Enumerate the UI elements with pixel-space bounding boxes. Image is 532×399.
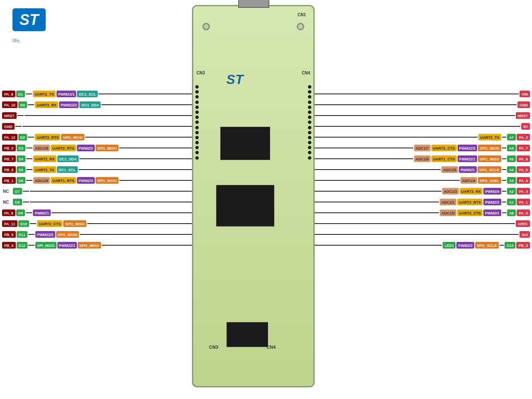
right-pin-row-8: ADC1/4SPI1_SSELA3PA_4: [315, 176, 532, 185]
board-body: ST CN3 CN4 CN1 CN3 CN4: [192, 5, 315, 387]
right-pin-row-7: ADC1/5PWM2/1SPI1_SCLKA4PA_5: [315, 165, 532, 174]
right-pin-row-12: AREF: [315, 219, 532, 228]
left-pin-row-12: PA_11D10UART2_CTSSPI1_MISO: [0, 219, 192, 228]
right-pin-row-9: ADC1/3UART2_RXPWM2/4A2PA_3: [315, 187, 532, 196]
cn3-top-label: CN3: [197, 71, 205, 75]
right-pin-row-1: GND: [315, 100, 532, 109]
life-text: life.: [12, 37, 21, 44]
left-pin-row-13: PB_5D11PWM22/2SPI1_MOSI: [0, 230, 192, 239]
right-pin-row-3: 5V: [315, 122, 532, 131]
left-pin-row-7: PB_6D5UART2_TXI2C1_SCL: [0, 165, 192, 174]
right-pin-row-2: NRST: [315, 111, 532, 120]
right-pin-row-13: 3v3: [315, 230, 532, 239]
left-pin-row-2: NRST: [0, 111, 192, 120]
board-st-logo: ST: [218, 71, 251, 91]
ic-chip-2: [216, 185, 274, 227]
left-pin-row-10: NCD8: [0, 197, 192, 207]
st-logo-icon: ST: [12, 8, 46, 33]
svg-text:ST: ST: [20, 11, 40, 28]
left-pin-row-9: NCD7: [0, 187, 192, 196]
cn1-label: CN1: [298, 12, 306, 17]
left-pin-row-4: PA_12D2UART2_RTSSPI1_MOSI: [0, 133, 192, 142]
left-pin-row-3: GND: [0, 122, 192, 131]
right-connector-dots: [308, 85, 311, 160]
right-pin-row-6: ADC1/6UART1_CTSPWM22/1SPI1_MISOA5PA_6: [315, 154, 532, 163]
left-connector-dots: [195, 85, 199, 160]
left-pin-row-6: PB_7D4UART2_RXI2C1_SDA: [0, 154, 192, 163]
mounting-hole-2: [297, 23, 304, 30]
left-pin-row-11: PA_8D9PWM2/1: [0, 208, 192, 217]
right-pin-row-11: ADC1/0UART2_CTSPWM2/1A0PA_0: [315, 208, 532, 217]
ic-chip-3: [227, 322, 268, 347]
svg-text:ST: ST: [227, 72, 244, 87]
left-pin-row-0: PA_9D1UART2_TXPWM22/1I2C1_SCL: [0, 89, 192, 99]
right-pin-row-0: VIN: [315, 89, 532, 99]
left-pin-row-1: PA_10D0UART2_RXPWM22/2I2C1_SDA: [0, 100, 192, 109]
cn3-label: CN3: [209, 345, 218, 350]
left-pin-row-5: PB_0D3ADC1/8UART2_RTSPWM2/3SPI1_MISO: [0, 143, 192, 153]
mounting-hole-1: [202, 23, 210, 30]
cn4-top-label: CN4: [302, 71, 310, 75]
right-pin-row-4: UART2_TXA7PA_2: [315, 133, 532, 142]
left-pin-row-14: PB_4D12SPI_MISOPWM22/1SPI1_MISO: [0, 241, 192, 250]
logo-area: ST life.: [12, 8, 46, 45]
ic-chip-1: [220, 127, 270, 160]
left-pin-row-8: PB_1D6ADC1/9UART1_RTSPWM2/4SPI1_MOSI: [0, 176, 192, 185]
right-pin-row-5: ADC1/7UART2_CTSPWM22/2SPI1_MOSIA6PA_7: [315, 143, 532, 153]
usb-connector: [238, 0, 269, 8]
right-pin-row-10: ADC1/1UART2_RTSPWM2/2A1PA_1: [315, 197, 532, 207]
right-pin-row-14: LED1PWM2/2SPI1_SCLKD13PB_3: [315, 241, 532, 250]
